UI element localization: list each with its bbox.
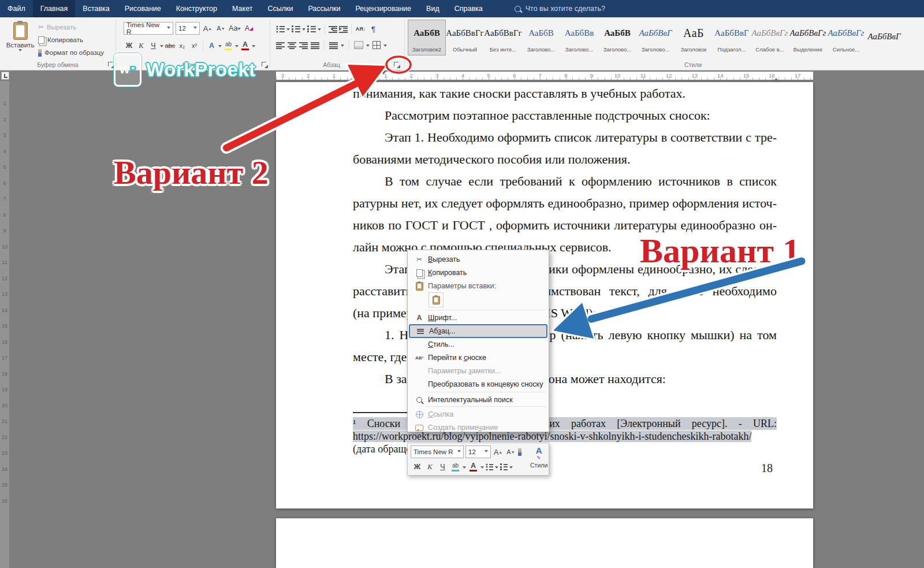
tell-me-search[interactable]: Что вы хотите сделать? — [515, 0, 605, 17]
menu-item-smart-lookup[interactable]: Интеллектуальный поиск — [409, 393, 547, 406]
decrease-indent-icon[interactable] — [329, 25, 337, 33]
clear-formatting-button[interactable]: А◢ — [243, 22, 254, 35]
mini-format-painter-icon[interactable] — [518, 448, 521, 456]
tab-home[interactable]: Главная — [33, 0, 76, 17]
mini-italic-button[interactable]: К — [424, 461, 435, 473]
line-spacing-icon[interactable] — [329, 42, 338, 49]
right-indent-marker[interactable] — [773, 75, 779, 81]
chevron-down-icon[interactable] — [366, 44, 370, 49]
align-right-icon[interactable] — [299, 42, 308, 49]
mini-shrink-font-button[interactable]: А▼ — [505, 446, 516, 458]
align-center-icon[interactable] — [288, 42, 296, 49]
chevron-down-icon[interactable] — [252, 45, 255, 49]
align-left-icon[interactable] — [276, 42, 285, 49]
style-item[interactable]: АаБбВ Заголово... — [522, 20, 560, 55]
mini-styles-button[interactable]: А ✎ Стили — [530, 446, 547, 469]
vertical-ruler[interactable]: 1234567891011121314151617181920212223242… — [0, 81, 9, 568]
multilevel-list-icon[interactable] — [307, 25, 316, 33]
tab-review[interactable]: Рецензирование — [348, 0, 419, 17]
chevron-down-icon[interactable] — [160, 45, 163, 49]
font-size-select[interactable]: 12 — [176, 22, 200, 35]
paste-option-keep-source[interactable] — [429, 292, 444, 307]
tab-references[interactable]: Ссылки — [260, 0, 300, 17]
tab-view[interactable]: Вид — [419, 0, 447, 17]
format-painter-button[interactable]: Формат по образцу — [38, 46, 104, 59]
mini-font-size-select[interactable]: 12 — [465, 446, 491, 458]
style-item[interactable]: АаБбВвГг Сильное... — [827, 20, 865, 55]
grow-font-button[interactable]: А▲ — [202, 22, 213, 35]
shading-icon[interactable] — [354, 41, 363, 49]
tab-draw[interactable]: Рисование — [117, 0, 169, 17]
style-item[interactable]: АаБбВв Заголово... — [560, 20, 598, 55]
menu-item-note-options[interactable]: Параметры заметки... — [409, 365, 547, 377]
style-item[interactable]: АаБбВвГг Слабое в... — [751, 20, 789, 55]
document-page-2[interactable] — [276, 518, 813, 568]
menu-item-style[interactable]: Стиль... — [409, 338, 547, 351]
change-case-button[interactable]: Аа — [229, 22, 241, 35]
paste-button[interactable]: Вставить — [6, 21, 35, 60]
italic-button[interactable]: К — [136, 39, 147, 52]
chevron-down-icon[interactable] — [463, 466, 466, 470]
copy-button[interactable]: Копировать — [38, 34, 104, 46]
mini-bullets-icon[interactable] — [486, 463, 493, 471]
menu-item-copy[interactable]: Копировать — [409, 266, 547, 279]
tab-help[interactable]: Справка — [447, 0, 490, 17]
subscript-button[interactable]: x₂ — [177, 39, 188, 52]
menu-item-new-comment[interactable]: Создать примечание — [409, 421, 547, 434]
underline-button[interactable]: Ч — [148, 39, 159, 52]
chevron-down-icon[interactable] — [383, 44, 387, 49]
paragraph-dialog-launcher[interactable] — [393, 61, 400, 68]
mini-underline-button[interactable]: Ч — [437, 461, 448, 473]
style-item[interactable]: АаБбВвГ Заголово... — [636, 20, 675, 55]
tab-insert[interactable]: Вставка — [75, 0, 117, 17]
font-family-select[interactable]: Times New R — [124, 22, 173, 35]
mini-grow-font-button[interactable]: А▲ — [493, 446, 504, 458]
left-indent-marker[interactable] — [349, 75, 355, 81]
tab-mailings[interactable]: Рассылки — [300, 0, 348, 17]
shrink-font-button[interactable]: А▼ — [215, 22, 226, 35]
increase-indent-icon[interactable] — [339, 25, 348, 33]
numbering-icon[interactable] — [292, 25, 300, 33]
style-item[interactable]: АаБбВ Заголовок2 — [408, 20, 446, 55]
superscript-button[interactable]: x² — [189, 39, 200, 52]
bullets-icon[interactable] — [276, 25, 285, 33]
mini-numbering-icon[interactable] — [500, 463, 508, 471]
highlight-color-button[interactable]: ab — [223, 39, 234, 52]
text-effects-button[interactable]: А — [206, 39, 217, 52]
style-item[interactable]: АаБбВвГг Без инте... — [484, 20, 522, 55]
style-item[interactable]: АаБбВвГ Подзагол... — [713, 20, 751, 55]
font-color-button[interactable]: А — [240, 39, 251, 52]
menu-item-convert-endnote[interactable]: Преобразовать в концевую сноску — [409, 378, 547, 391]
mini-font-color-button[interactable]: А — [468, 461, 479, 473]
tab-layout[interactable]: Макет — [225, 0, 260, 17]
tab-file[interactable]: Файл — [0, 0, 33, 17]
sort-icon[interactable]: АЯ↓ — [355, 23, 366, 35]
tab-design[interactable]: Конструктор — [169, 0, 225, 17]
menu-item-link[interactable]: Ссылка — [409, 408, 547, 421]
menu-item-cut[interactable]: ✂ Вырезать — [409, 253, 547, 266]
menu-item-font[interactable]: А Шрифт... — [409, 311, 547, 324]
first-line-indent-marker[interactable] — [381, 71, 386, 77]
mini-bold-button[interactable]: Ж — [412, 461, 423, 473]
chevron-down-icon[interactable] — [218, 45, 222, 49]
chevron-down-icon[interactable] — [480, 466, 484, 470]
font-dialog-launcher[interactable] — [261, 61, 268, 68]
chevron-down-icon[interactable] — [302, 28, 305, 32]
chevron-down-icon[interactable] — [286, 28, 290, 32]
mini-font-family-select[interactable]: Times New R — [411, 446, 464, 458]
chevron-down-icon[interactable] — [509, 466, 513, 470]
menu-item-goto-footnote[interactable]: АВ¹ Перейти к сноске — [409, 351, 547, 364]
mini-highlight-button[interactable]: ab — [450, 461, 461, 473]
pilcrow-icon[interactable]: ¶ — [368, 23, 379, 35]
style-item[interactable]: АаБбВвГ — [865, 20, 903, 55]
style-item[interactable]: АаБ Заголовок — [675, 20, 713, 55]
strikethrough-button[interactable]: abc — [165, 39, 176, 52]
style-item[interactable]: АаБбВвГг Выделение — [789, 20, 827, 55]
menu-item-paragraph[interactable]: Абзац... — [409, 324, 547, 338]
chevron-down-icon[interactable] — [341, 44, 344, 49]
chevron-down-icon[interactable] — [495, 466, 498, 470]
style-item[interactable]: АаБбВ Заголово... — [598, 20, 636, 55]
chevron-down-icon[interactable] — [318, 28, 321, 32]
style-item[interactable]: АаБбВвГг Обычный — [446, 20, 484, 55]
bold-button[interactable]: Ж — [124, 39, 135, 52]
